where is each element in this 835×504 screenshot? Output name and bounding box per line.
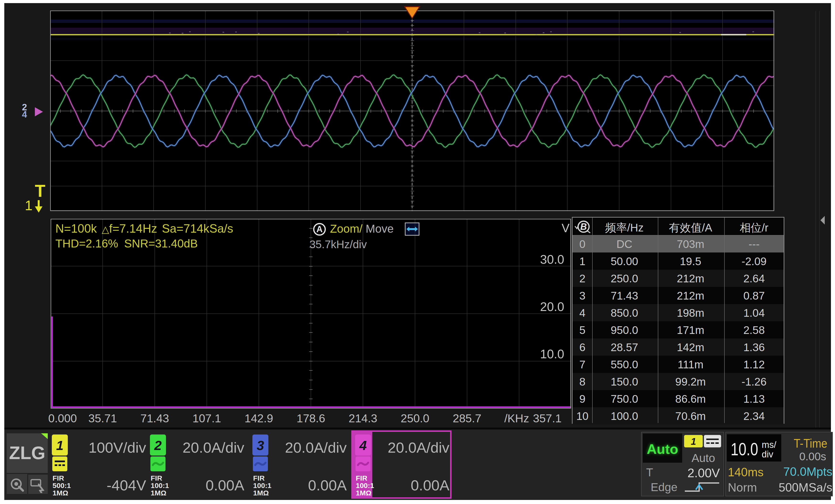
svg-text:B: B	[580, 222, 587, 232]
svg-text:A: A	[317, 224, 323, 234]
